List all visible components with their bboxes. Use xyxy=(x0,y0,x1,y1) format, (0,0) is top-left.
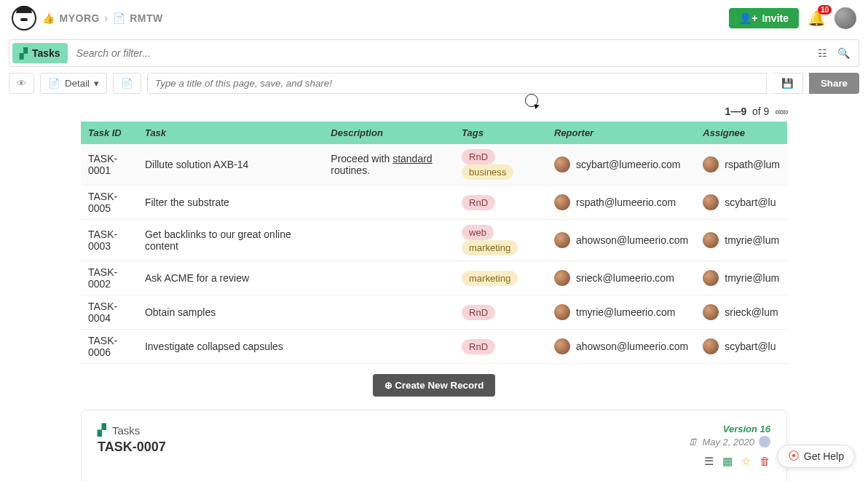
tag[interactable]: marketing xyxy=(462,271,518,286)
create-record-button[interactable]: ⊕ Create New Record xyxy=(373,374,496,397)
get-help-label: Get Help xyxy=(804,450,844,462)
tag[interactable]: business xyxy=(462,164,513,180)
search-bar: ▞ Tasks ☷ 🔍 xyxy=(9,39,859,67)
plus-circle-icon: ⊕ xyxy=(384,380,392,391)
avatar xyxy=(554,194,570,210)
avatar xyxy=(703,338,719,354)
tag[interactable]: RnD xyxy=(462,195,495,210)
file-icon: 📄 xyxy=(113,12,126,24)
breadcrumb: 👍 MYORG › 📄 RMTW xyxy=(42,12,163,25)
table-row[interactable]: TASK-0001Dillute solution AXB-14Proceed … xyxy=(81,144,787,186)
lifebuoy-icon: ⦿ xyxy=(788,450,800,463)
avatar xyxy=(554,304,570,320)
breadcrumb-page[interactable]: RMTW xyxy=(130,12,163,24)
chevron-right-icon: › xyxy=(104,12,108,25)
user-plus-icon: 👤+ xyxy=(739,12,757,24)
tiles-icon: ▞ xyxy=(20,47,28,59)
create-record-label: Create New Record xyxy=(395,380,484,391)
page-title-input[interactable] xyxy=(147,73,767,94)
col-description[interactable]: Description xyxy=(323,122,454,144)
view-mode-label: Detail xyxy=(65,78,90,89)
breadcrumb-org[interactable]: MYORG xyxy=(60,12,100,24)
col-reporter[interactable]: Reporter xyxy=(547,122,695,144)
trash-icon[interactable]: 🗑 xyxy=(760,455,770,468)
avatar xyxy=(554,232,570,248)
detail-title: TASK-0007 xyxy=(98,440,166,455)
tag[interactable]: RnD xyxy=(462,149,495,164)
tag[interactable]: web xyxy=(462,225,494,240)
pager: 1—9 of 9 «‹›» xyxy=(81,106,787,117)
invite-button[interactable]: 👤+ Invite xyxy=(729,8,799,28)
col-tags[interactable]: Tags xyxy=(454,122,547,144)
detail-version[interactable]: Version 16 xyxy=(688,424,770,434)
tasks-table: Task ID Task Description Tags Reporter A… xyxy=(81,122,787,364)
save-icon: 💾 xyxy=(781,78,794,89)
calendar-icon: 🗓 xyxy=(688,437,698,448)
avatar xyxy=(703,194,719,210)
author-avatar[interactable] xyxy=(759,436,770,448)
table-row[interactable]: TASK-0004Obtain samplesRnDtmyrie@lumeeri… xyxy=(81,295,787,330)
notif-badge: 10 xyxy=(818,5,832,15)
table-area: 1—9 of 9 «‹›» Task ID Task Description T… xyxy=(81,106,787,481)
table-row[interactable]: TASK-0006Investigate collapsed capsulesR… xyxy=(81,330,787,364)
visibility-button[interactable]: 👁 xyxy=(9,73,34,94)
pager-range: 1—9 xyxy=(725,106,747,117)
view-mode-button[interactable]: 📄 Detail ▾ xyxy=(40,73,107,94)
avatar xyxy=(554,338,570,354)
avatar xyxy=(554,270,570,286)
tag[interactable]: marketing xyxy=(462,240,518,255)
notifications-button[interactable]: 🔔 10 xyxy=(808,9,826,27)
title-bar: 👁 📄 Detail ▾ 📄 💾 Share xyxy=(0,70,868,97)
tag[interactable]: RnD xyxy=(462,305,495,320)
top-bar: 👍 MYORG › 📄 RMTW 👤+ Invite 🔔 10 xyxy=(0,0,868,36)
tag[interactable]: RnD xyxy=(462,339,495,354)
avatar xyxy=(703,232,719,248)
eye-icon: 👁 xyxy=(17,78,26,89)
app-logo[interactable] xyxy=(12,6,36,31)
cursor-indicator xyxy=(525,94,538,107)
page-icon-button[interactable]: 📄 xyxy=(113,73,141,94)
tasks-chip[interactable]: ▞ Tasks xyxy=(12,43,68,63)
caret-down-icon: ▾ xyxy=(94,78,99,89)
table-header-row: Task ID Task Description Tags Reporter A… xyxy=(81,122,787,144)
tiles-icon: ▞ xyxy=(98,424,106,437)
detail-date: 🗓 May 2, 2020 xyxy=(688,436,770,448)
save-button[interactable]: 💾 xyxy=(773,73,803,94)
grid-view-icon[interactable]: ▦ xyxy=(722,455,733,468)
col-task[interactable]: Task xyxy=(138,122,323,144)
col-assignee[interactable]: Assignee xyxy=(695,122,787,144)
avatar xyxy=(703,304,719,320)
file-icon: 📄 xyxy=(48,78,60,89)
thumbs-up-icon: 👍 xyxy=(42,12,55,24)
star-icon[interactable]: ☆ xyxy=(741,455,751,468)
pager-nav-icons[interactable]: «‹›» xyxy=(775,106,787,117)
avatar xyxy=(703,156,719,172)
page-icon: 📄 xyxy=(121,78,133,89)
table-row[interactable]: TASK-0002Ask ACME for a reviewmarketings… xyxy=(81,261,787,295)
detail-panel: ▞ Tasks TASK-0007 Version 16 🗓 May 2, 20… xyxy=(81,410,787,481)
tasks-chip-label: Tasks xyxy=(32,47,60,59)
search-icon[interactable]: 🔍 xyxy=(837,47,850,59)
list-view-icon[interactable]: ☰ xyxy=(704,455,714,468)
table-row[interactable]: TASK-0003Get backlinks to our great onli… xyxy=(81,220,787,261)
get-help-button[interactable]: ⦿ Get Help xyxy=(777,445,855,468)
avatar xyxy=(703,270,719,286)
invite-label: Invite xyxy=(762,12,789,24)
col-task-id[interactable]: Task ID xyxy=(81,122,138,144)
avatar xyxy=(554,156,570,172)
table-row[interactable]: TASK-0005Filter the substrateRnDrspath@l… xyxy=(81,186,787,220)
user-avatar[interactable] xyxy=(835,7,856,29)
list-columns-icon[interactable]: ☷ xyxy=(818,47,827,59)
search-input[interactable] xyxy=(71,40,809,66)
detail-kind: ▞ Tasks xyxy=(98,424,166,437)
detail-kind-label: Tasks xyxy=(112,424,140,437)
share-button[interactable]: Share xyxy=(809,73,859,94)
detail-date-text: May 2, 2020 xyxy=(702,437,754,448)
pager-of: of 9 xyxy=(752,106,769,117)
